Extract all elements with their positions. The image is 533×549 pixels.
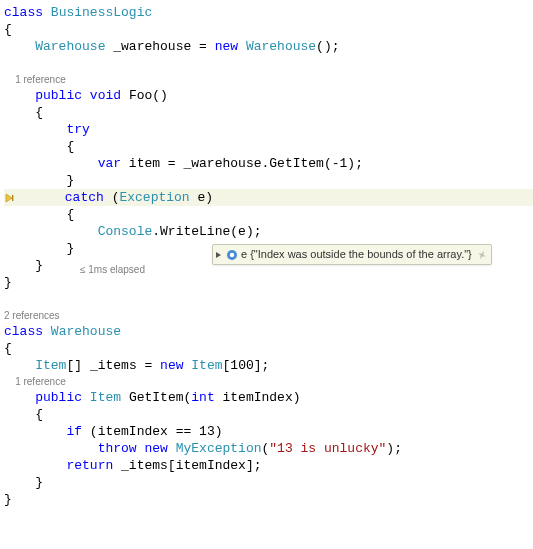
keyword-throw: throw bbox=[98, 441, 137, 456]
code-line[interactable]: public void Foo() bbox=[4, 87, 533, 104]
codelens-warehouse[interactable]: 2 references bbox=[4, 308, 533, 323]
type-warehouse: Warehouse bbox=[246, 39, 316, 54]
method-foo: Foo bbox=[129, 88, 152, 103]
local-item: item bbox=[129, 156, 160, 171]
current-debug-line[interactable]: catch (Exception e) bbox=[4, 189, 533, 206]
code-line[interactable]: var item = _warehouse.GetItem(-1); bbox=[4, 155, 533, 172]
code-line[interactable]: { bbox=[4, 21, 533, 38]
datatip-variable-icon bbox=[226, 249, 238, 261]
literal-13: 13 bbox=[199, 424, 215, 439]
code-line[interactable]: Warehouse _warehouse = new Warehouse(); bbox=[4, 38, 533, 55]
brace-close: } bbox=[35, 475, 43, 490]
brace-open: { bbox=[35, 105, 43, 120]
keyword-public: public bbox=[35, 88, 82, 103]
code-line[interactable]: } bbox=[4, 491, 533, 508]
codelens-text: 1 reference bbox=[15, 74, 66, 85]
perf-tip-text: ≤ 1ms elapsed bbox=[80, 264, 145, 275]
code-line[interactable]: { bbox=[4, 406, 533, 423]
keyword-new: new bbox=[215, 39, 238, 54]
code-line[interactable]: return _items[itemIndex]; bbox=[4, 457, 533, 474]
pin-icon[interactable] bbox=[477, 250, 487, 260]
code-line[interactable]: class Warehouse bbox=[4, 323, 533, 340]
keyword-public: public bbox=[35, 390, 82, 405]
type-exception: Exception bbox=[119, 190, 189, 205]
brace-open: { bbox=[4, 341, 12, 356]
brace-close: } bbox=[35, 258, 43, 273]
svg-rect-0 bbox=[12, 195, 13, 201]
param-itemindex: itemIndex bbox=[223, 390, 293, 405]
brace-open: { bbox=[66, 139, 74, 154]
keyword-void: void bbox=[90, 88, 121, 103]
literal-100: 100 bbox=[230, 358, 253, 373]
code-line[interactable]: { bbox=[4, 138, 533, 155]
code-line[interactable]: if (itemIndex == 13) bbox=[4, 423, 533, 440]
svg-point-2 bbox=[230, 252, 234, 256]
code-line[interactable]: } bbox=[4, 474, 533, 491]
codelens-text: 2 references bbox=[4, 310, 60, 321]
type-businesslogic: BusinessLogic bbox=[51, 5, 152, 20]
code-line[interactable]: { bbox=[4, 206, 533, 223]
field-items: _items bbox=[121, 458, 168, 473]
field-ref: _warehouse bbox=[183, 156, 261, 171]
code-line[interactable]: Item[] _items = new Item[100]; bbox=[4, 357, 533, 374]
brace-close: } bbox=[66, 173, 74, 188]
arg-e: e bbox=[238, 224, 246, 239]
perf-tip[interactable]: ≤ 1ms elapsed bbox=[80, 261, 145, 278]
brace-close: } bbox=[4, 275, 12, 290]
keyword-int: int bbox=[191, 390, 214, 405]
ref-itemindex: itemIndex bbox=[176, 458, 246, 473]
code-line[interactable]: } bbox=[4, 172, 533, 189]
type-item: Item bbox=[191, 358, 222, 373]
keyword-class: class bbox=[4, 5, 43, 20]
code-line[interactable]: { bbox=[4, 340, 533, 357]
keyword-class: class bbox=[4, 324, 43, 339]
code-line[interactable]: { bbox=[4, 104, 533, 121]
brace-open: { bbox=[66, 207, 74, 222]
codelens-getitem[interactable]: 1 reference bbox=[4, 374, 533, 389]
brace-close: } bbox=[66, 241, 74, 256]
code-line[interactable]: Console.WriteLine(e); bbox=[4, 223, 533, 240]
brace-close: } bbox=[4, 492, 12, 507]
datatip-var-name: e bbox=[241, 246, 247, 263]
blank-line bbox=[4, 55, 533, 72]
keyword-catch: catch bbox=[65, 190, 104, 205]
datatip-value: {"Index was outside the bounds of the ar… bbox=[250, 246, 472, 263]
method-getitem: GetItem bbox=[129, 390, 184, 405]
keyword-new: new bbox=[160, 358, 183, 373]
field-items: _items bbox=[90, 358, 137, 373]
codelens-foo[interactable]: 1 reference bbox=[4, 72, 533, 87]
keyword-new: new bbox=[144, 441, 167, 456]
string-unlucky: "13 is unlucky" bbox=[269, 441, 386, 456]
literal-neg1: -1 bbox=[332, 156, 348, 171]
method-getitem: GetItem bbox=[269, 156, 324, 171]
ref-itemindex: itemIndex bbox=[98, 424, 168, 439]
keyword-return: return bbox=[66, 458, 113, 473]
codelens-text: 1 reference bbox=[15, 376, 66, 387]
code-line[interactable]: throw new MyException("13 is unlucky"); bbox=[4, 440, 533, 457]
type-myexception: MyException bbox=[176, 441, 262, 456]
type-warehouse: Warehouse bbox=[35, 39, 105, 54]
code-line[interactable]: public Item GetItem(int itemIndex) bbox=[4, 389, 533, 406]
type-item: Item bbox=[90, 390, 121, 405]
keyword-if: if bbox=[66, 424, 82, 439]
method-writeline: WriteLine bbox=[160, 224, 230, 239]
type-item: Item bbox=[35, 358, 66, 373]
brace-open: { bbox=[4, 22, 12, 37]
type-warehouse: Warehouse bbox=[51, 324, 121, 339]
datatip-expander-icon[interactable] bbox=[215, 251, 223, 259]
field-warehouse: _warehouse bbox=[113, 39, 191, 54]
datatip[interactable]: e {"Index was outside the bounds of the … bbox=[212, 244, 492, 265]
debug-current-arrow-icon bbox=[4, 192, 18, 204]
brace-open: { bbox=[35, 407, 43, 422]
code-line[interactable]: try bbox=[4, 121, 533, 138]
code-line[interactable]: class BusinessLogic bbox=[4, 4, 533, 21]
keyword-try: try bbox=[66, 122, 89, 137]
type-console: Console bbox=[98, 224, 153, 239]
keyword-var: var bbox=[98, 156, 121, 171]
blank-line bbox=[4, 291, 533, 308]
